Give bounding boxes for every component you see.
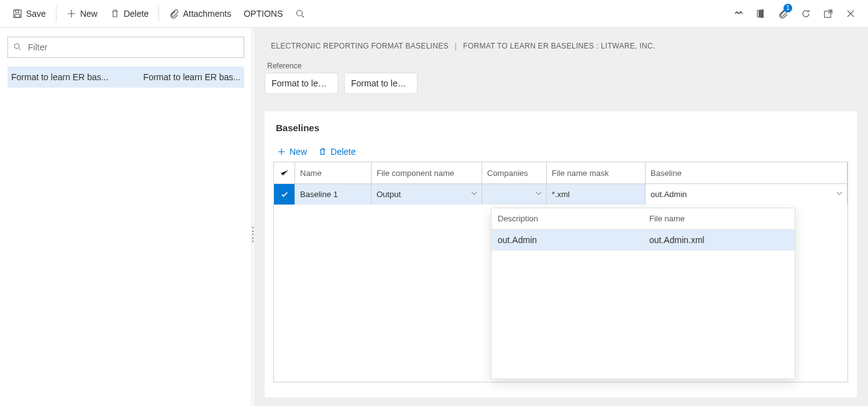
card-delete-label: Delete: [331, 147, 355, 157]
grid-row[interactable]: Baseline 1 Output *.xml out.Admin: [274, 184, 847, 205]
cell-name[interactable]: Baseline 1: [295, 184, 372, 205]
header-select-all[interactable]: [274, 162, 295, 183]
header-name[interactable]: Name: [295, 162, 372, 183]
paperclip-icon: [169, 9, 179, 19]
attachments-label: Attachments: [183, 9, 231, 19]
breadcrumb-2[interactable]: FORMAT TO LEARN ER BASELINES : LITWARE, …: [463, 42, 655, 50]
search-icon: [13, 42, 22, 53]
sidebar: Format to learn ER bas... Format to lear…: [0, 28, 252, 406]
notification-badge: 1: [783, 4, 792, 12]
card-actions: New Delete: [277, 147, 848, 157]
toolbar: Save New Delete Attachments OPTIONS 1: [0, 0, 868, 28]
options-label: OPTIONS: [244, 9, 283, 19]
trash-icon: [110, 9, 120, 19]
chevron-down-icon[interactable]: [470, 190, 478, 199]
plus-icon: [277, 147, 286, 156]
cell-companies[interactable]: [482, 184, 547, 205]
reference-chip-1[interactable]: Format to lear...: [265, 73, 338, 94]
svg-point-5: [14, 44, 19, 48]
save-icon: [12, 9, 22, 19]
cell-file-component[interactable]: Output: [372, 184, 482, 205]
header-baseline[interactable]: Baseline: [646, 162, 847, 183]
svg-rect-2: [15, 14, 20, 17]
popout-icon[interactable]: [817, 0, 839, 28]
filter-input-wrap[interactable]: [7, 37, 244, 58]
sidebar-list-row[interactable]: Format to learn ER bas... Format to lear…: [7, 67, 244, 88]
trash-icon: [318, 147, 327, 156]
svg-point-3: [297, 11, 303, 16]
breadcrumb: ELECTRONIC REPORTING FORMAT BASELINES | …: [271, 42, 857, 50]
cell-file-component-value: Output: [377, 190, 401, 199]
new-label: New: [80, 9, 98, 19]
header-file-component[interactable]: File component name: [372, 162, 482, 183]
breadcrumb-sep: |: [455, 42, 457, 50]
cell-baseline-value: out.Admin: [651, 190, 687, 199]
reference-label: Reference: [267, 62, 857, 70]
popup-header: Description File name: [491, 208, 795, 229]
chevron-down-icon[interactable]: [836, 190, 843, 199]
delete-label: Delete: [124, 9, 148, 19]
card-delete-button[interactable]: Delete: [318, 147, 355, 157]
svg-rect-1: [16, 10, 19, 12]
reference-chip-2[interactable]: Format to lear...: [344, 73, 418, 94]
attachments-sys-icon[interactable]: 1: [772, 0, 795, 28]
office-icon[interactable]: [750, 0, 772, 28]
cell-file-mask[interactable]: *.xml: [547, 184, 646, 205]
new-button[interactable]: New: [60, 5, 104, 22]
save-label: Save: [26, 9, 46, 19]
popup-cell-filename: out.Admin.xml: [643, 229, 795, 251]
close-icon[interactable]: [839, 0, 862, 28]
refresh-icon[interactable]: [795, 0, 817, 28]
popup-col-description[interactable]: Description: [491, 208, 643, 229]
separator: [56, 6, 57, 22]
save-button[interactable]: Save: [6, 5, 52, 22]
header-companies[interactable]: Companies: [482, 162, 547, 183]
reference-row: Format to lear... Format to lear...: [265, 73, 857, 94]
attachments-button[interactable]: Attachments: [163, 5, 237, 22]
check-icon: [279, 168, 290, 178]
list-col-1: Format to learn ER bas...: [11, 72, 108, 82]
row-selector[interactable]: [274, 184, 295, 205]
breadcrumb-1[interactable]: ELECTRONIC REPORTING FORMAT BASELINES: [271, 42, 449, 50]
popup-col-filename[interactable]: File name: [643, 208, 795, 229]
chevron-down-icon[interactable]: [535, 190, 542, 199]
options-button[interactable]: OPTIONS: [237, 5, 289, 22]
baseline-lookup-popup: Description File name out.Admin out.Admi…: [491, 208, 795, 379]
check-icon: [280, 190, 289, 199]
card-new-button[interactable]: New: [277, 147, 307, 157]
grid-header: Name File component name Companies File …: [274, 162, 847, 184]
search-button[interactable]: [289, 5, 311, 22]
header-file-mask[interactable]: File name mask: [547, 162, 646, 183]
filter-input[interactable]: [27, 42, 239, 53]
separator: [158, 6, 159, 22]
delete-button[interactable]: Delete: [104, 5, 155, 22]
card-title: Baselines: [276, 122, 848, 133]
cell-baseline[interactable]: out.Admin: [646, 184, 847, 205]
list-col-2: Format to learn ER bas...: [144, 72, 240, 82]
plus-icon: [66, 9, 76, 19]
search-icon: [295, 9, 305, 19]
card-new-label: New: [290, 147, 307, 157]
popup-cell-description: out.Admin: [491, 229, 643, 251]
popup-row[interactable]: out.Admin out.Admin.xml: [491, 229, 795, 251]
connector-icon[interactable]: [728, 0, 750, 28]
